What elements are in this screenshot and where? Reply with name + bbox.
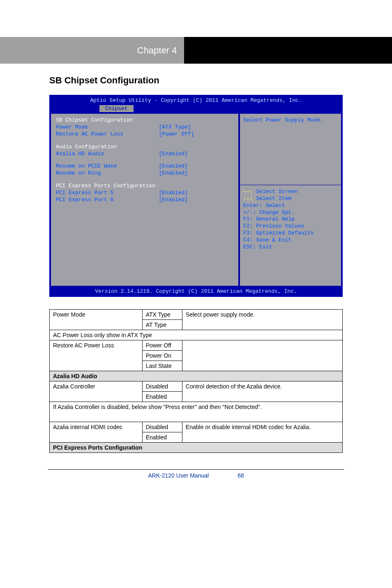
- bios-item-pcie6[interactable]: PCI Express Port 6 [Enabled]: [56, 197, 233, 204]
- page-footer: ARK-2120 User Manual 68: [0, 453, 392, 487]
- bios-tabrow: Chipset: [50, 105, 342, 113]
- table-row: If Azalia Controller is disabled, below …: [50, 402, 343, 422]
- bios-section-sb: SB Chipset Configuration: [56, 117, 233, 124]
- chapter-label: Chapter 4: [0, 37, 184, 64]
- bios-section-pci: PCI Express Ports Configuration: [56, 183, 233, 190]
- table-row: Azalia internal HDMI codec Disabled Enab…: [50, 422, 343, 432]
- bios-item-power-mode[interactable]: Power Mode [ATX Type]: [56, 124, 233, 131]
- bios-footer: Version 2.14.1219. Copyright (C) 2011 Am…: [50, 287, 342, 296]
- bios-tab-chipset[interactable]: Chipset: [99, 105, 134, 112]
- page-number: 68: [238, 472, 244, 479]
- bios-item-restore-ac[interactable]: Restore AC Power Loss [Power Off]: [56, 131, 233, 138]
- footer-title: ARK-2120 User Manual: [148, 472, 209, 479]
- header-black: [184, 37, 392, 64]
- bios-window: Aptio Setup Utility - Copyright (C) 2011…: [49, 95, 343, 297]
- table-row: Power Mode ATX Type Select power supply …: [50, 309, 343, 319]
- table-row: Azalia Controller Disabled Control detec…: [50, 381, 343, 391]
- chapter-bar: Chapter 4: [0, 37, 392, 64]
- bios-left-pane: SB Chipset Configuration Power Mode [ATX…: [50, 113, 239, 287]
- bios-help-text: Select Power Supply Mode.: [243, 117, 338, 124]
- table-row: Azalia HD Audio: [50, 371, 343, 381]
- section-title: SB Chipset Configuration: [49, 75, 343, 86]
- bios-item-resume-ring[interactable]: Resume on Ring [Enabled]: [56, 170, 233, 177]
- description-table: Power Mode ATX Type Select power supply …: [49, 309, 343, 453]
- table-row: AC Power Loss only show in ATX Type: [50, 330, 343, 340]
- table-row: Restore AC Power Loss Power Off: [50, 340, 343, 350]
- bios-title: Aptio Setup Utility - Copyright (C) 2011…: [50, 96, 342, 105]
- bios-key-list: ←→: Select Screen ↑↓: Select Item Enter:…: [243, 188, 338, 251]
- bios-item-pcie5[interactable]: PCI Express Port 5 [Enabled]: [56, 190, 233, 197]
- bios-item-resume-pcie[interactable]: Resume on PCIE Wake [Enabled]: [56, 163, 233, 170]
- table-row: PCI Express Ports Configuration: [50, 442, 343, 452]
- bios-right-pane: Select Power Supply Mode. ←→: Select Scr…: [239, 113, 342, 287]
- bios-item-azalia[interactable]: Azalia HD Audio [Enabled]: [56, 151, 233, 158]
- bios-section-audio: Audio Configuration: [56, 144, 233, 151]
